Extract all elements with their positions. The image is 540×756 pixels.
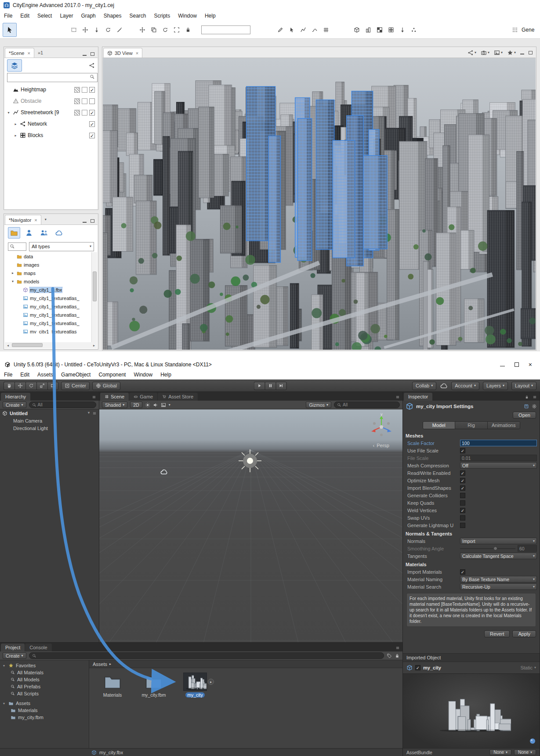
asset-preview[interactable] (403, 673, 540, 748)
toolbar-text-input[interactable] (201, 25, 250, 34)
move-tool-button[interactable] (14, 382, 25, 390)
3d-city-render[interactable] (103, 58, 536, 350)
layer-visibility-checkbox[interactable]: ✓ (89, 133, 95, 138)
layer-visibility-checkbox[interactable] (89, 98, 95, 104)
marquee-select-button[interactable] (69, 25, 79, 35)
layers-view-button[interactable] (7, 59, 22, 72)
normals-dropdown[interactable]: Import▾ (460, 538, 537, 544)
menu-file[interactable]: File (0, 371, 16, 379)
tab-project[interactable]: Project (1, 644, 25, 651)
layer-search-input[interactable] (7, 73, 98, 82)
gizmo-move-button[interactable] (137, 25, 148, 35)
menu-select[interactable]: Select (33, 11, 56, 20)
hierarchy-search-input[interactable]: All (29, 402, 96, 408)
effects-caret-icon[interactable]: ▾ (169, 403, 170, 407)
tree-item-data[interactable]: data (4, 252, 98, 260)
frame-selection-button[interactable] (171, 25, 182, 35)
scene-menu-icon[interactable] (92, 411, 97, 416)
scene-options-icon[interactable]: ▾ (88, 411, 90, 416)
expander-icon[interactable]: ▸ (13, 122, 18, 126)
assets-root[interactable]: ▾ Assets (0, 700, 89, 707)
minimize-icon[interactable] (83, 220, 87, 223)
layer-row-heightmap[interactable]: Heightmap✓ (4, 84, 98, 95)
revert-button[interactable]: Revert (484, 630, 510, 637)
open-button[interactable]: Open (513, 412, 536, 419)
layer-visibility-checkbox[interactable]: ✓ (89, 110, 95, 116)
gear-icon[interactable] (532, 404, 537, 409)
scene-search-input[interactable]: All (334, 402, 400, 408)
expander-icon[interactable]: ▸ (13, 134, 18, 137)
help-icon[interactable] (524, 404, 529, 409)
assetbundle-variant-dropdown[interactable]: None▾ (514, 749, 536, 755)
favorite-all-models[interactable]: All Models (0, 676, 89, 683)
hand-tool-button[interactable] (4, 382, 14, 390)
cloud-button[interactable] (53, 227, 65, 239)
shaded-dropdown[interactable]: Shaded▾ (102, 402, 127, 408)
file-scale-field[interactable] (460, 455, 537, 461)
tab-scene[interactable]: Scene (100, 393, 129, 401)
pivot-global-button[interactable]: Global (92, 382, 120, 390)
menu-window[interactable]: Window (130, 371, 156, 379)
maximize-icon[interactable] (91, 219, 94, 223)
lock-button[interactable] (183, 25, 193, 35)
generate-colliders-checkbox[interactable] (460, 493, 465, 498)
project-create-button[interactable]: Create▾ (3, 652, 26, 659)
panel-menu-icon[interactable] (533, 395, 537, 399)
tab-hierarchy[interactable]: Hierarchy (1, 393, 30, 401)
panel-menu-icon[interactable] (92, 395, 96, 399)
pivot-center-button[interactable]: Center (61, 382, 90, 390)
move-tool-button[interactable] (80, 25, 91, 35)
read-write-enabled-checkbox[interactable]: ✓ (460, 470, 465, 476)
maximize-icon[interactable] (91, 52, 94, 56)
draw-street-button[interactable] (275, 25, 286, 35)
perspective-label[interactable]: ‹Persp (373, 443, 389, 448)
workspace-folder-button[interactable] (8, 227, 20, 239)
layer-row-streetnetwork-9[interactable]: ▾Streetnetwork [9✓ (4, 107, 98, 118)
select-cursor-button[interactable] (286, 25, 297, 35)
layout-button[interactable]: Layout▾ (511, 382, 536, 390)
static-dropdown[interactable]: Static▾ (520, 665, 536, 670)
menu-graph[interactable]: Graph (77, 11, 99, 20)
account-button[interactable]: Account▾ (451, 382, 479, 390)
maximize-icon[interactable] (529, 51, 533, 54)
favorites-root[interactable]: ▾ Favorites (0, 662, 89, 669)
import-blendshapes-checkbox[interactable]: ✓ (460, 485, 465, 491)
import-materials-checkbox[interactable]: ✓ (460, 569, 465, 575)
navigator-search-box[interactable] (8, 242, 26, 251)
users-button[interactable] (38, 227, 50, 239)
menu-scripts[interactable]: Scripts (150, 11, 174, 20)
layers-button[interactable]: Layers▾ (483, 382, 508, 390)
navigator-scrollbar[interactable] (91, 252, 97, 344)
rotate-tool-button[interactable] (25, 382, 36, 390)
tab-inspector[interactable]: Inspector (404, 393, 432, 401)
gizmos-dropdown[interactable]: Gizmos▾ (306, 402, 331, 408)
expand-subassets-icon[interactable]: ▸ (208, 679, 214, 685)
menu-edit[interactable]: Edit (16, 11, 33, 20)
rect-tool-button[interactable] (47, 382, 58, 390)
group-tool-button[interactable] (386, 25, 396, 35)
optimize-mesh-checkbox[interactable]: ✓ (460, 478, 465, 483)
favorite-all-prefabs[interactable]: All Prefabs (0, 683, 89, 690)
layer-pattern-swatch[interactable] (74, 110, 80, 116)
tree-item-models[interactable]: ▾models (4, 277, 98, 286)
type-filter-select[interactable]: All types ▾ (29, 242, 94, 251)
user-button[interactable] (23, 227, 35, 239)
tab-game[interactable]: Game (129, 393, 157, 401)
menu-component[interactable]: Component (94, 371, 130, 379)
import-tab-rig[interactable]: Rig (455, 422, 488, 429)
swap-uvs-checkbox[interactable] (460, 515, 465, 521)
favorite-all-scripts[interactable]: All Scripts (0, 690, 89, 697)
measure-button[interactable] (114, 25, 125, 35)
pause-button[interactable] (265, 382, 275, 390)
tangents-dropdown[interactable]: Calculate Tangent Space▾ (460, 553, 537, 559)
smoothing-angle-value[interactable] (518, 545, 537, 552)
scrollbar-thumb[interactable] (12, 343, 43, 347)
effects-toggle-icon[interactable] (161, 402, 166, 408)
layer-pattern-swatch[interactable] (74, 87, 80, 93)
edit-street-button[interactable] (298, 25, 308, 35)
layer-color-swatch[interactable] (82, 87, 87, 93)
tree-item-maps[interactable]: ▸maps (4, 269, 98, 277)
favorites-filter-icon[interactable] (395, 653, 400, 658)
tab-console[interactable]: Console (25, 644, 51, 651)
keep-quads-checkbox[interactable] (460, 500, 465, 506)
